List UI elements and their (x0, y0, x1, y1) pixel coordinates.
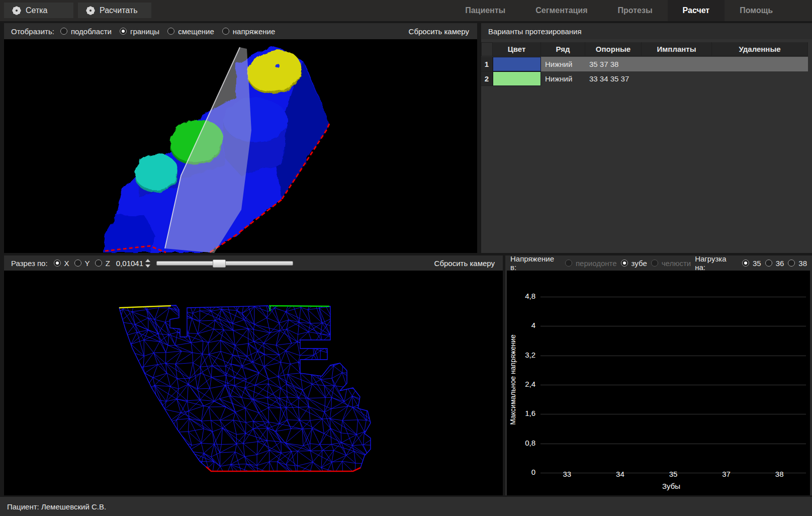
radio-icon (60, 28, 67, 35)
radio-jaw[interactable]: челюсти (651, 259, 691, 268)
radio-icon (120, 28, 127, 35)
display-options-bar: Отобразить: подобласти границы смещение … (4, 23, 477, 39)
tab-help[interactable]: Помощь (725, 0, 788, 21)
jaw-cell: Нижний (541, 71, 585, 86)
support-cell: 35 37 38 (585, 57, 642, 71)
spinner-up-icon[interactable] (145, 259, 150, 262)
radio-displacement[interactable]: смещение (167, 27, 214, 36)
radio-periodontium[interactable]: периодонте (565, 259, 617, 268)
section-controls-bar: Разрез по: X Y Z 0,01041 Сбросить камеру (4, 255, 503, 271)
radio-load-36[interactable]: 36 (765, 259, 784, 268)
column-header-removed: Удаленные (712, 42, 808, 56)
mesh-button-label: Сетка (26, 6, 48, 15)
yellow-cap-dot (276, 64, 280, 68)
radio-axis-y[interactable]: Y (74, 259, 90, 268)
jaw-cell: Нижний (541, 57, 585, 71)
reset-camera-button-top[interactable]: Сбросить камеру (408, 27, 470, 36)
radio-icon (742, 260, 749, 267)
tab-prosthetics[interactable]: Протезы (603, 0, 668, 21)
jaw-3d-scene (4, 39, 477, 253)
radio-icon (651, 260, 658, 267)
x-axis-tick-label: 33 (552, 470, 582, 478)
prosthetics-panel-header: Варианты протезирования (481, 23, 812, 39)
stress-chart-panel: Напряжение в: периодонте зубе челюсти На… (505, 255, 812, 495)
section-label: Разрез по: (11, 259, 48, 268)
table-corner-cell (481, 42, 493, 56)
section-position-value[interactable]: 0,01041 (116, 259, 143, 268)
variant-color-swatch (493, 71, 541, 86)
radio-boundaries[interactable]: границы (120, 27, 159, 36)
x-axis-tick-label: 38 (764, 470, 794, 478)
x-axis-tick-label: 35 (658, 470, 688, 478)
stress-label: Напряжение в: (510, 254, 560, 272)
radio-icon (95, 260, 102, 267)
chart-gridline (540, 385, 806, 385)
calculate-button[interactable]: Расчитать (78, 3, 151, 18)
chart-gridline (540, 356, 806, 356)
spinner-down-icon[interactable] (145, 265, 150, 268)
chart-gridline (540, 297, 806, 297)
tab-calculation[interactable]: Расчет (668, 0, 725, 21)
reset-camera-button-bottom[interactable]: Сбросить камеру (433, 259, 496, 268)
stress-controls-bar: Напряжение в: периодонте зубе челюсти На… (505, 255, 812, 271)
radio-icon (54, 260, 61, 267)
radio-icon (167, 28, 174, 35)
y-axis-tick-label: 0 (509, 468, 535, 476)
row-number: 2 (481, 71, 493, 86)
tab-patients[interactable]: Пациенты (450, 0, 520, 21)
radio-icon (565, 260, 572, 267)
chart-gridline (540, 326, 806, 326)
mesh-button[interactable]: Сетка (4, 3, 73, 18)
slider-handle[interactable] (213, 260, 226, 268)
x-axis-tick-label: 34 (605, 470, 635, 478)
mesh-wireframe (109, 296, 381, 479)
radio-load-35[interactable]: 35 (742, 259, 761, 268)
section-slider[interactable] (156, 261, 293, 266)
gear-icon (86, 6, 95, 15)
implants-cell (642, 71, 712, 86)
section-mesh (4, 271, 503, 495)
radio-subdomains[interactable]: подобласти (60, 27, 112, 36)
radio-icon (788, 260, 795, 267)
chart-gridline (540, 444, 806, 444)
chart-gridline (540, 414, 806, 414)
variant-color-cell (493, 71, 541, 86)
radio-tooth[interactable]: зубе (621, 259, 647, 268)
jaw-lower-shade (103, 215, 155, 252)
support-cell: 33 34 35 37 (585, 71, 642, 86)
status-bar: Пациент: Лемешевский С.В. (0, 497, 812, 516)
load-label: Нагрузка на: (695, 254, 737, 272)
value-spinner (145, 259, 150, 268)
column-header-implants: Импланты (642, 42, 712, 56)
radio-load-38[interactable]: 38 (788, 259, 807, 268)
prosthetics-panel-title: Варианты протезирования (488, 27, 582, 36)
tab-segmentation[interactable]: Сегментация (520, 0, 602, 21)
main-tabs: Пациенты Сегментация Протезы Расчет Помо… (450, 0, 788, 21)
viewport-3d-model[interactable] (4, 39, 477, 253)
main-toolbar: Сетка Расчитать Пациенты Сегментация Про… (0, 0, 812, 21)
y-axis-tick-label: 4,8 (509, 292, 535, 300)
removed-cell (712, 71, 808, 86)
patient-status-text: Пациент: Лемешевский С.В. (7, 502, 106, 511)
column-header-color: Цвет (493, 42, 541, 56)
display-label: Отобразить: (11, 27, 54, 36)
x-axis-tick-label: 37 (711, 470, 742, 478)
removed-cell (712, 57, 808, 71)
radio-icon (765, 260, 772, 267)
x-axis-title: Зубы (662, 482, 680, 490)
radio-axis-z[interactable]: Z (95, 259, 110, 268)
implants-cell (642, 57, 712, 71)
y-axis-title: Максимальное напряжение (509, 304, 519, 455)
radio-axis-x[interactable]: X (54, 259, 69, 268)
radio-icon (74, 260, 81, 267)
prosthetics-panel: Варианты протезирования Цвет Ряд Опорные… (481, 23, 812, 253)
fixed-edge-green (269, 306, 329, 306)
column-header-jaw: Ряд (541, 42, 585, 56)
viewport-2d-section[interactable] (4, 271, 503, 495)
radio-stress[interactable]: напряжение (222, 27, 275, 36)
variant-color-cell (493, 57, 541, 71)
radio-icon (621, 260, 628, 267)
calculate-button-label: Расчитать (100, 6, 138, 15)
gear-icon (12, 6, 21, 15)
variant-color-swatch (493, 57, 541, 71)
